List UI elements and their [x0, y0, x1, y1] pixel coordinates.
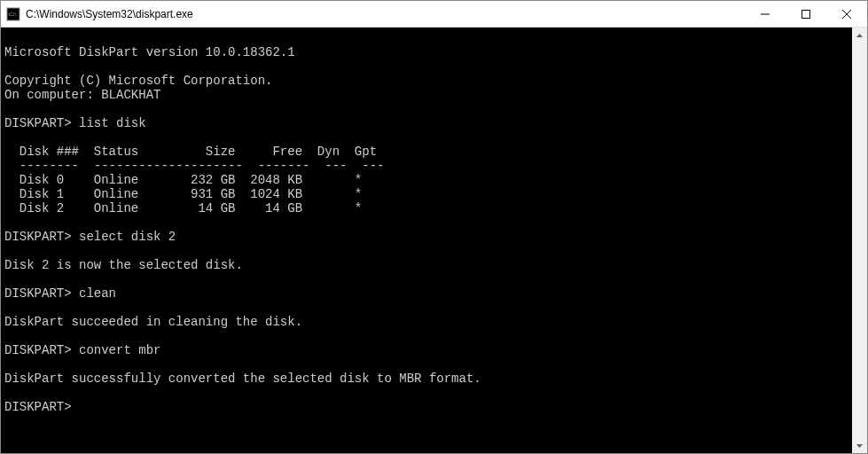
- maximize-button[interactable]: [786, 1, 826, 27]
- svg-marker-6: [856, 34, 863, 37]
- app-icon: C:\: [6, 7, 20, 21]
- scroll-track[interactable]: [852, 43, 867, 438]
- svg-rect-3: [802, 10, 810, 18]
- window-title: C:\Windows\System32\diskpart.exe: [26, 8, 745, 20]
- scroll-down-button[interactable]: [852, 438, 867, 453]
- client-area: Microsoft DiskPart version 10.0.18362.1 …: [1, 27, 867, 453]
- vertical-scrollbar[interactable]: [852, 27, 867, 453]
- terminal-output[interactable]: Microsoft DiskPart version 10.0.18362.1 …: [1, 27, 852, 453]
- scroll-up-button[interactable]: [852, 27, 867, 43]
- svg-text:C:\: C:\: [9, 11, 17, 18]
- window-controls: [745, 1, 867, 27]
- close-button[interactable]: [826, 1, 867, 27]
- svg-marker-7: [856, 444, 863, 448]
- minimize-button[interactable]: [745, 1, 786, 27]
- titlebar[interactable]: C:\ C:\Windows\System32\diskpart.exe: [1, 1, 867, 27]
